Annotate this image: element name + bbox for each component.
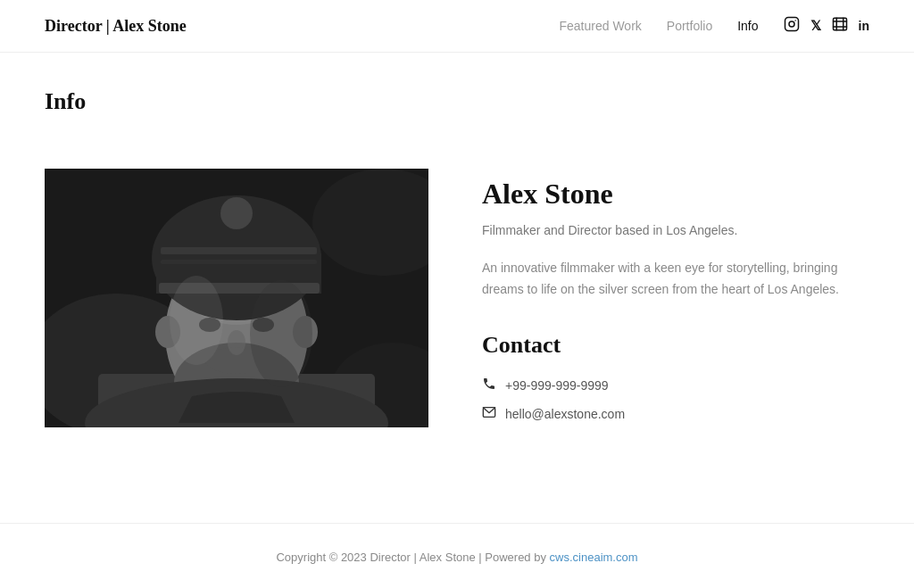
profile-tagline: Filmmaker and Director based in Los Ange…	[482, 221, 869, 240]
contact-phone-item: +99-999-999-9999	[482, 377, 869, 394]
main-nav: Featured Work Portfolio Info 𝕏	[559, 16, 869, 36]
site-header: Director | Alex Stone Featured Work Port…	[0, 0, 914, 53]
svg-rect-0	[785, 18, 798, 31]
instagram-icon[interactable]	[784, 16, 800, 36]
twitter-icon[interactable]: 𝕏	[810, 18, 821, 34]
contact-heading: Contact	[482, 332, 869, 359]
phone-icon	[482, 377, 496, 394]
page-main: Info	[0, 53, 914, 487]
nav-info[interactable]: Info	[737, 19, 758, 33]
svg-point-1	[789, 21, 794, 27]
email-icon	[482, 405, 496, 423]
contact-email: hello@alexstone.com	[505, 407, 625, 421]
nav-portfolio[interactable]: Portfolio	[667, 19, 712, 33]
site-title: Director | Alex Stone	[45, 17, 187, 36]
profile-bio: An innovative filmmaker with a keen eye …	[482, 258, 869, 301]
profile-photo-container	[45, 169, 428, 427]
footer-link[interactable]: cws.cineaim.com	[550, 551, 638, 564]
nav-featured-work[interactable]: Featured Work	[559, 19, 641, 33]
info-section: Alex Stone Filmmaker and Director based …	[45, 169, 869, 434]
svg-rect-26	[161, 260, 317, 264]
profile-info: Alex Stone Filmmaker and Director based …	[482, 169, 869, 434]
svg-point-2	[794, 20, 796, 21]
site-footer: Copyright © 2023 Director | Alex Stone |…	[0, 523, 914, 588]
contact-email-item: hello@alexstone.com	[482, 405, 869, 423]
footer-text: Copyright © 2023 Director | Alex Stone |…	[276, 551, 549, 564]
profile-name: Alex Stone	[482, 178, 869, 211]
svg-point-21	[228, 330, 245, 355]
svg-point-32	[250, 280, 312, 387]
svg-rect-3	[833, 18, 846, 30]
contact-phone: +99-999-999-9999	[505, 378, 609, 393]
social-icons-group: 𝕏 in	[784, 16, 869, 36]
profile-photo	[45, 169, 428, 427]
page-heading: Info	[45, 88, 869, 115]
svg-point-31	[170, 276, 223, 365]
svg-point-27	[220, 197, 253, 229]
film-icon[interactable]	[832, 16, 848, 36]
linkedin-icon[interactable]: in	[859, 19, 869, 33]
svg-rect-25	[161, 247, 317, 254]
